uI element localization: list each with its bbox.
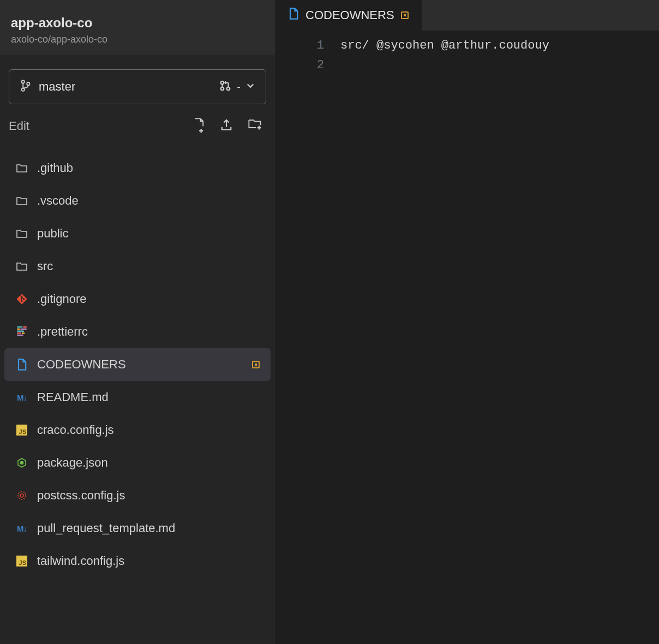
branch-icon [20, 79, 31, 94]
folder-icon [15, 195, 28, 206]
file-name-label: craco.config.js [37, 423, 114, 437]
branch-row: master - [0, 55, 275, 114]
file-item--gitignore[interactable]: .gitignore [4, 283, 271, 315]
line-number: 1 [275, 36, 324, 56]
svg-rect-7 [23, 326, 27, 328]
sidebar: app-axolo-co axolo-co/app-axolo-co maste… [0, 0, 275, 644]
md-file-icon: M↓ [15, 393, 28, 402]
file-name-label: .github [37, 161, 73, 175]
js-file-icon: JS [15, 425, 28, 436]
branch-name: master [39, 80, 75, 94]
repo-title: app-axolo-co [11, 15, 264, 31]
tab-bar: CODEOWNERS [275, 0, 659, 31]
pr-count: - [237, 81, 241, 93]
svg-point-5 [227, 87, 230, 91]
file-name-label: .vscode [37, 194, 79, 208]
file-toolbar: Edit [0, 114, 275, 146]
edit-label[interactable]: Edit [9, 119, 29, 133]
file-name-label: postcss.config.js [37, 488, 125, 503]
file-name-label: tailwind.config.js [37, 554, 124, 568]
file-item-readme-md[interactable]: M↓README.md [4, 381, 271, 414]
svg-point-0 [22, 80, 25, 83]
file-name-label: package.json [37, 456, 108, 470]
folder-icon [15, 163, 28, 174]
svg-point-3 [221, 81, 224, 85]
file-item--prettierrc[interactable]: .prettierrc [4, 315, 271, 348]
svg-rect-13 [17, 335, 23, 336]
file-name-label: CODEOWNERS [37, 357, 126, 372]
code-area[interactable]: 12 src/ @sycohen @arthur.coudouy [275, 31, 659, 75]
file-item-tailwind-config-js[interactable]: JStailwind.config.js [4, 545, 271, 577]
file-icon [288, 7, 299, 23]
svg-rect-6 [17, 326, 22, 328]
pr-icon [219, 80, 231, 94]
file-item-pull-request-template-md[interactable]: M↓pull_request_template.md [4, 512, 271, 545]
svg-point-2 [27, 82, 29, 85]
file-name-label: README.md [37, 390, 109, 404]
svg-point-16 [20, 494, 23, 497]
file-blue-file-icon [15, 358, 28, 371]
file-item-postcss-config-js[interactable]: postcss.config.js [4, 479, 271, 512]
svg-point-4 [221, 87, 224, 91]
file-item--vscode[interactable]: .vscode [4, 184, 271, 217]
chevron-down-icon [246, 81, 255, 92]
line-number: 2 [275, 56, 324, 75]
svg-rect-9 [21, 329, 27, 330]
code-lines[interactable]: src/ @sycohen @arthur.coudouy [340, 36, 659, 75]
file-name-label: pull_request_template.md [37, 521, 175, 535]
file-name-label: .prettierrc [37, 325, 88, 339]
new-file-icon[interactable] [192, 117, 205, 135]
gutter: 12 [275, 36, 340, 75]
file-name-label: public [37, 226, 68, 241]
git-file-icon [15, 294, 28, 305]
svg-rect-12 [22, 332, 25, 334]
postcss-file-icon [15, 490, 28, 501]
svg-rect-11 [17, 332, 21, 334]
editor-pane: CODEOWNERS 12 src/ @sycohen @arthur.coud… [275, 0, 659, 644]
new-folder-icon[interactable] [248, 117, 263, 135]
file-item--github[interactable]: .github [4, 152, 271, 184]
folder-icon [15, 261, 28, 272]
repo-header: app-axolo-co axolo-co/app-axolo-co [0, 0, 275, 55]
modified-indicator-icon [252, 361, 260, 368]
svg-point-15 [18, 492, 26, 499]
svg-point-1 [22, 88, 25, 91]
svg-rect-8 [17, 329, 20, 330]
svg-point-14 [21, 462, 23, 464]
svg-rect-10 [17, 331, 24, 332]
upload-icon[interactable] [219, 117, 233, 135]
file-item-codeowners[interactable]: CODEOWNERS [4, 348, 271, 381]
folder-icon [15, 228, 28, 239]
repo-path: axolo-co/app-axolo-co [11, 34, 264, 45]
file-name-label: src [37, 259, 53, 273]
file-name-label: .gitignore [37, 292, 87, 306]
prettier-file-icon [15, 326, 28, 337]
npm-file-icon [15, 457, 28, 468]
editor-tab[interactable]: CODEOWNERS [275, 0, 422, 31]
file-item-package-json[interactable]: package.json [4, 446, 271, 479]
branch-select[interactable]: master - [9, 69, 266, 104]
file-list: .github.vscodepublicsrc.gitignore.pretti… [0, 146, 275, 577]
file-item-craco-config-js[interactable]: JScraco.config.js [4, 414, 271, 446]
code-line[interactable] [340, 56, 659, 75]
file-item-public[interactable]: public [4, 217, 271, 250]
tab-filename: CODEOWNERS [305, 8, 394, 22]
md-file-icon: M↓ [15, 524, 28, 533]
file-item-src[interactable]: src [4, 250, 271, 283]
modified-indicator-icon [401, 11, 409, 19]
js-file-icon: JS [15, 556, 28, 567]
code-line[interactable]: src/ @sycohen @arthur.coudouy [340, 36, 659, 56]
